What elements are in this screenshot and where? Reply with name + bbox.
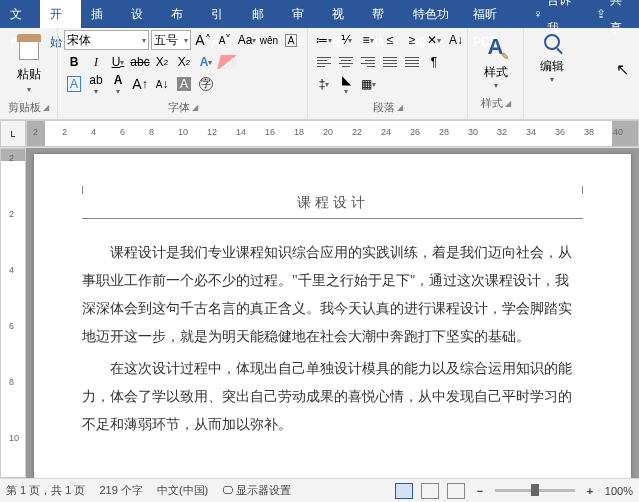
ruler-tick: 16 <box>265 127 275 137</box>
zoom-in-button[interactable]: + <box>583 484 597 498</box>
ruler-tick: 22 <box>352 127 362 137</box>
show-marks-button[interactable]: ¶ <box>424 52 444 72</box>
web-layout-view[interactable] <box>447 483 465 499</box>
phonetic-guide-button[interactable]: wên <box>259 30 279 50</box>
text-effects-button[interactable]: A▾ <box>196 52 216 72</box>
change-case-button[interactable]: Aa▾ <box>237 30 257 50</box>
zoom-slider[interactable] <box>495 489 575 492</box>
italic-button[interactable]: I <box>86 52 106 72</box>
distribute-button[interactable] <box>402 52 422 72</box>
font-launcher[interactable]: ◢ <box>192 103 198 112</box>
ruler-tick: 14 <box>236 127 246 137</box>
grow-font-button[interactable]: A˄ <box>193 30 213 50</box>
ruler-tick: 4 <box>91 127 96 137</box>
ribbon: 粘贴 ▾ 剪贴板◢ 宋体▾ 五号▾ A˄ A˅ Aa▾ wên A B I U▾… <box>0 28 639 120</box>
font-color-button[interactable]: A▾ <box>108 74 128 94</box>
chevron-down-icon: ▾ <box>494 81 498 90</box>
highlight-button[interactable]: ab▾ <box>86 74 106 94</box>
paragraph[interactable]: 在这次设计过程中，体现出自己单独设计模具的能力以及综合运用知识的能力，体会了学以… <box>82 355 583 439</box>
borders-button[interactable]: ▦▾ <box>358 74 378 94</box>
ruler-tick: 20 <box>323 127 333 137</box>
print-layout-view[interactable] <box>395 483 413 499</box>
enclose-char-button[interactable]: 字 <box>196 74 216 94</box>
horizontal-ruler[interactable]: L 2246810121416182022242628303234363840 <box>0 120 639 148</box>
ruler-tick: 30 <box>468 127 478 137</box>
shrink-font-button[interactable]: A˅ <box>215 30 235 50</box>
styles-launcher[interactable]: ◢ <box>505 99 511 108</box>
ruler-tick: 8 <box>9 377 14 387</box>
bold-button[interactable]: B <box>64 52 84 72</box>
shading-button[interactable]: ◣▾ <box>336 74 356 94</box>
lightbulb-icon: ♀ <box>534 0 543 28</box>
language-indicator[interactable]: 中文(中国) <box>157 483 208 498</box>
ruler-tick: 10 <box>9 433 19 443</box>
ruler-tick: 34 <box>526 127 536 137</box>
chevron-down-icon: ▾ <box>27 85 31 94</box>
tell-me[interactable]: ♀告诉我 <box>524 0 586 28</box>
ruler-tick: 2 <box>33 127 38 137</box>
grow-font2-button[interactable]: A↑ <box>130 74 150 94</box>
document-body[interactable]: 课程设计是我们专业课程知识综合应用的实践训练，着是我们迈向社会，从事职业工作前一… <box>82 239 583 439</box>
align-right-button[interactable] <box>358 52 378 72</box>
char-shading-button[interactable]: A <box>174 74 194 94</box>
ruler-tick: 28 <box>439 127 449 137</box>
tab-引用[interactable]: 引用 <box>201 0 241 28</box>
font-name-select[interactable]: 宋体▾ <box>64 30 149 50</box>
styles-button[interactable]: A✎ 样式 ▾ <box>474 30 517 94</box>
zoom-level[interactable]: 100% <box>605 485 633 497</box>
shrink-font2-button[interactable]: A↓ <box>152 74 172 94</box>
multilevel-button[interactable]: ≡▾ <box>358 30 378 50</box>
ruler-tick: 36 <box>555 127 565 137</box>
numbering-button[interactable]: ⅟▾ <box>336 30 356 50</box>
ruler-tick: 2 <box>62 127 67 137</box>
tab-邮件[interactable]: 邮件 <box>242 0 282 28</box>
tab-审阅[interactable]: 审阅 <box>282 0 322 28</box>
superscript-button[interactable]: X2 <box>174 52 194 72</box>
clipboard-icon <box>15 34 43 62</box>
tab-视图[interactable]: 视图 <box>322 0 362 28</box>
page-indicator[interactable]: 第 1 页，共 1 页 <box>6 483 85 498</box>
asian-layout-button[interactable]: ✕▾ <box>424 30 444 50</box>
editing-button[interactable]: 编辑 ▾ <box>530 30 574 88</box>
ruler-tick: 18 <box>294 127 304 137</box>
clear-format-button[interactable] <box>218 52 238 72</box>
share-button[interactable]: ⇪共享 <box>586 0 639 28</box>
bullets-button[interactable]: ≔▾ <box>314 30 334 50</box>
align-center-button[interactable] <box>336 52 356 72</box>
tab-文件[interactable]: 文件 <box>0 0 40 28</box>
char-border-button[interactable]: A <box>281 30 301 50</box>
tab-布局[interactable]: 布局 <box>161 0 201 28</box>
strike-button[interactable]: abc <box>130 52 150 72</box>
tab-帮助[interactable]: 帮助 <box>362 0 402 28</box>
display-settings[interactable]: 🖵 显示器设置 <box>222 483 291 498</box>
paragraph[interactable]: 课程设计是我们专业课程知识综合应用的实践训练，着是我们迈向社会，从事职业工作前一… <box>82 239 583 351</box>
increase-indent-button[interactable]: ≥ <box>402 30 422 50</box>
underline-button[interactable]: U▾ <box>108 52 128 72</box>
ruler-tick: 6 <box>9 321 14 331</box>
zoom-out-button[interactable]: − <box>473 484 487 498</box>
tab-福昕PDF[interactable]: 福昕PDF <box>463 0 524 28</box>
line-spacing-button[interactable]: ‡▾ <box>314 74 334 94</box>
read-mode-view[interactable] <box>421 483 439 499</box>
tab-插入[interactable]: 插入 <box>81 0 121 28</box>
tab-特色功能[interactable]: 特色功能 <box>403 0 464 28</box>
align-justify-button[interactable] <box>380 52 400 72</box>
word-count[interactable]: 219 个字 <box>99 483 142 498</box>
vertical-ruler[interactable]: 2246810 <box>0 148 26 478</box>
ruler-tick: 2 <box>9 209 14 219</box>
decrease-indent-button[interactable]: ≤ <box>380 30 400 50</box>
paragraph-launcher[interactable]: ◢ <box>397 103 403 112</box>
chevron-down-icon: ▾ <box>550 75 554 84</box>
clipboard-launcher[interactable]: ◢ <box>43 103 49 112</box>
sort-button[interactable]: A↓ <box>446 30 466 50</box>
page-header[interactable]: 课程设计 <box>82 194 583 219</box>
document-viewport[interactable]: 课程设计 课程设计是我们专业课程知识综合应用的实践训练，着是我们迈向社会，从事职… <box>26 148 639 478</box>
tab-selector[interactable]: L <box>0 120 26 147</box>
subscript-button[interactable]: X2 <box>152 52 172 72</box>
tab-设计[interactable]: 设计 <box>121 0 161 28</box>
tab-开始[interactable]: 开始 <box>40 0 80 28</box>
font-size-select[interactable]: 五号▾ <box>151 30 191 50</box>
align-left-button[interactable] <box>314 52 334 72</box>
paste-button[interactable]: 粘贴 ▾ <box>6 30 51 98</box>
text-effect-outline-button[interactable]: A <box>64 74 84 94</box>
